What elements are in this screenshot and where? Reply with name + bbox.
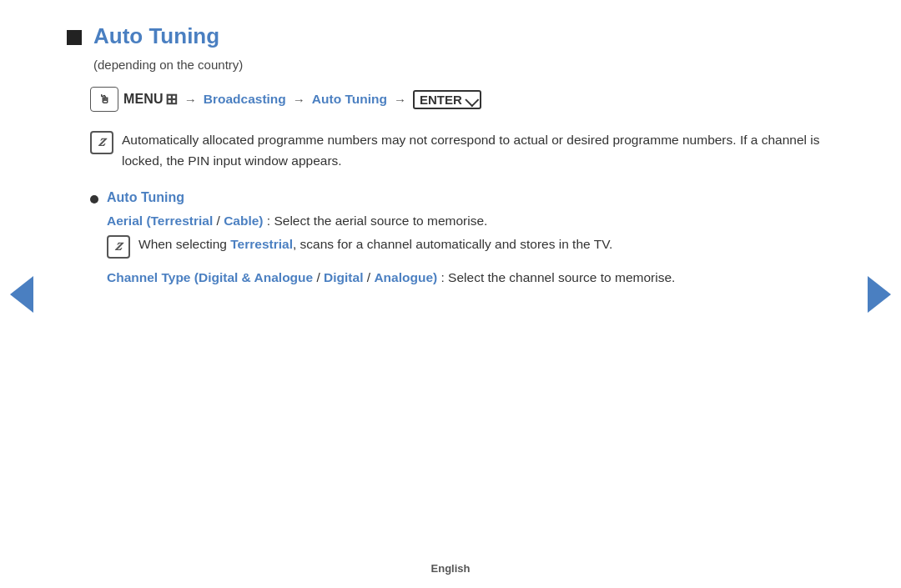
aerial-description: : Select the aerial source to memorise. — [267, 214, 487, 228]
aerial-terrestrial-label: Aerial (Terrestrial — [107, 214, 213, 228]
page-subtitle: (depending on the country) — [93, 58, 834, 72]
sub-items: Aerial (Terrestrial / Cable) : Select th… — [107, 210, 834, 289]
note-icon-terrestrial: 𝒁 — [107, 235, 130, 259]
channel-type-description: : Select the channel source to memorise. — [441, 270, 676, 284]
title-square-icon — [67, 30, 82, 45]
nav-prev-arrow[interactable] — [10, 276, 33, 313]
breadcrumb-auto-tuning: Auto Tuning — [312, 92, 387, 107]
bullet-section: Auto Tuning Aerial (Terrestrial / Cable)… — [90, 190, 834, 289]
footer-language: English — [0, 562, 901, 575]
bullet-title: Auto Tuning — [107, 190, 184, 205]
note-icon: 𝒁 — [90, 131, 113, 154]
nav-next-arrow[interactable] — [868, 276, 891, 313]
bullet-row-auto-tuning: Auto Tuning — [90, 190, 834, 205]
arrow2: → — [293, 93, 305, 107]
arrow3: → — [394, 93, 406, 107]
channel-type-line: Channel Type (Digital & Analogue / Digit… — [107, 267, 834, 289]
main-content: Auto Tuning (depending on the country) 🖱… — [0, 0, 901, 325]
menu-icon: 🖱 — [90, 87, 118, 112]
aerial-line: Aerial (Terrestrial / Cable) : Select th… — [107, 210, 834, 232]
analogue-label: Analogue) — [374, 270, 437, 284]
digital-label: Digital — [324, 270, 363, 284]
terrestrial-note-text: When selecting Terrestrial, scans for a … — [138, 234, 612, 255]
bullet-dot — [90, 195, 98, 204]
cable-label: Cable) — [224, 214, 263, 228]
terrestrial-note-block: 𝒁 When selecting Terrestrial, scans for … — [107, 234, 834, 259]
main-note-block: 𝒁 Automatically allocated programme numb… — [90, 130, 834, 172]
page-title: Auto Tuning — [93, 23, 219, 49]
breadcrumb-broadcasting: Broadcasting — [204, 92, 286, 107]
main-note-text: Automatically allocated programme number… — [122, 130, 834, 172]
arrow1: → — [184, 93, 197, 107]
menu-label: MENU — [123, 92, 164, 107]
channel-type-label: Channel Type (Digital & Analogue — [107, 270, 313, 284]
enter-button-label: ENTER — [413, 90, 481, 109]
menu-path: 🖱 MENU ⊞ → Broadcasting → Auto Tuning → … — [90, 87, 834, 112]
terrestrial-link: Terrestrial — [230, 237, 293, 251]
title-row: Auto Tuning — [67, 23, 834, 49]
